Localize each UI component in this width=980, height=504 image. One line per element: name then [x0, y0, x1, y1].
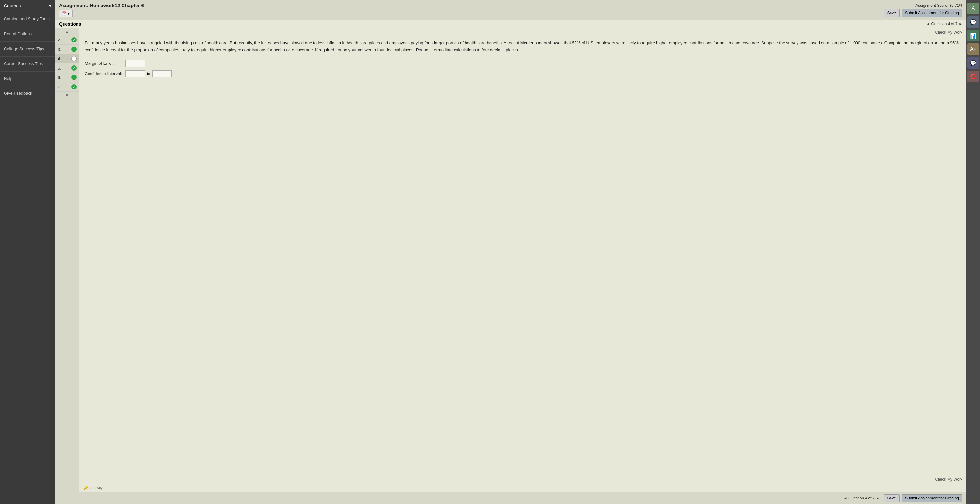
check-my-work-top[interactable]: Check My Work [80, 28, 966, 36]
sidebar-courses-label: Courses [4, 3, 21, 8]
save-button-bottom[interactable]: Save [884, 494, 900, 502]
question-item-7[interactable]: 7. ✓ [55, 82, 79, 92]
question-list: ▲ 2. ✓ 3. ✓ 4. 5. ✓ 6. ✓ 7. [55, 28, 80, 492]
header-left: Assignment: Homework12 Chapter 6 📅 ▾ [59, 3, 144, 17]
header: Assignment: Homework12 Chapter 6 📅 ▾ Ass… [55, 0, 966, 20]
icon-key: 🔑 Icon Key [80, 483, 966, 492]
main-content: Assignment: Homework12 Chapter 6 📅 ▾ Ass… [55, 0, 966, 504]
check-my-work-bottom[interactable]: Check My Work [80, 475, 966, 483]
right-icon-aplus[interactable]: A+ [967, 43, 979, 55]
to-label: to [147, 71, 150, 76]
question-3-check: ✓ [71, 47, 76, 52]
calendar-icon: 📅 [62, 11, 67, 16]
bottom-nav-right: Save Submit Assignment for Grading [884, 494, 963, 502]
sidebar-items: Catalog and Study Tools Rental Options C… [0, 12, 55, 101]
calendar-button[interactable]: 📅 ▾ [59, 10, 73, 17]
right-panel: A 💬 📊 A+ 💬 ⭕ [966, 0, 980, 504]
question-item-6[interactable]: 6. ✓ [55, 73, 79, 82]
save-button-top[interactable]: Save [884, 9, 900, 17]
right-icon-chat2[interactable]: 💬 [967, 57, 979, 69]
margin-of-error-row: Margin of Error: [84, 60, 961, 67]
scroll-up-arrow[interactable]: ▲ [55, 28, 79, 35]
questions-container: ▲ 2. ✓ 3. ✓ 4. 5. ✓ 6. ✓ 7. [55, 28, 966, 492]
spacer [80, 84, 966, 475]
submit-button-bottom[interactable]: Submit Assignment for Grading [902, 494, 963, 502]
question-2-check: ✓ [71, 37, 76, 43]
questions-top-row: Questions ◄ Question 4 of 7 ► [55, 20, 966, 28]
question-text: For many years businesses have struggled… [80, 36, 966, 57]
dropdown-arrow: ▾ [68, 11, 70, 16]
right-icon-circle[interactable]: ⭕ [967, 71, 979, 82]
toolbar: 📅 ▾ [59, 10, 144, 17]
question-4-check [71, 56, 76, 61]
margin-label: Margin of Error: [84, 61, 124, 66]
assignment-score: Assignment Score: 85.71% [915, 3, 963, 8]
bottom-nav: ◄ Question 4 of 7 ► Save Submit Assignme… [55, 492, 966, 504]
question-content: Check My Work For many years businesses … [80, 28, 966, 492]
question-item-4[interactable]: 4. [55, 54, 79, 63]
sidebar-item-feedback[interactable]: Give Feedback [0, 86, 55, 101]
question-item-3[interactable]: 3. ✓ [55, 45, 79, 54]
chevron-down-icon: ▾ [49, 3, 51, 8]
sidebar-item-help[interactable]: Help [0, 71, 55, 87]
confidence-high-input[interactable] [153, 70, 172, 78]
question-item-5[interactable]: 5. ✓ [55, 63, 79, 73]
question-nav-top[interactable]: ◄ Question 4 of 7 ► [926, 22, 963, 26]
right-icon-chart[interactable]: 📊 [967, 30, 979, 41]
sidebar-item-career[interactable]: Career Success Tips [0, 57, 55, 71]
scroll-down-arrow[interactable]: ▼ [55, 92, 79, 99]
question-nav-bottom[interactable]: ◄ Question 4 of 7 ► [843, 496, 880, 501]
question-7-check: ✓ [71, 84, 76, 89]
question-6-check: ✓ [71, 75, 76, 80]
questions-header-label: Questions [59, 21, 81, 27]
sidebar-item-catalog[interactable]: Catalog and Study Tools [0, 12, 55, 27]
assignment-title: Assignment: Homework12 Chapter 6 [59, 3, 144, 8]
answer-area: Margin of Error: Confidence Interval: to [80, 57, 966, 84]
sidebar: Courses ▾ Catalog and Study Tools Rental… [0, 0, 55, 504]
header-right: Assignment Score: 85.71% Save Submit Ass… [884, 3, 963, 17]
question-5-check: ✓ [71, 65, 76, 71]
confidence-label: Confidence Interval: [84, 71, 124, 76]
confidence-low-input[interactable] [126, 70, 145, 78]
icon-key-label: 🔑 Icon Key [83, 486, 103, 490]
right-icon-chat[interactable]: 💬 [967, 16, 979, 28]
sidebar-item-rental[interactable]: Rental Options [0, 27, 55, 42]
sidebar-item-college[interactable]: College Success Tips [0, 42, 55, 57]
sidebar-courses[interactable]: Courses ▾ [0, 0, 55, 12]
question-item-2[interactable]: 2. ✓ [55, 35, 79, 45]
margin-input[interactable] [126, 60, 145, 67]
right-icon-a[interactable]: A [967, 3, 979, 14]
submit-button-top[interactable]: Submit Assignment for Grading [902, 9, 963, 17]
confidence-interval-row: Confidence Interval: to [84, 70, 961, 78]
